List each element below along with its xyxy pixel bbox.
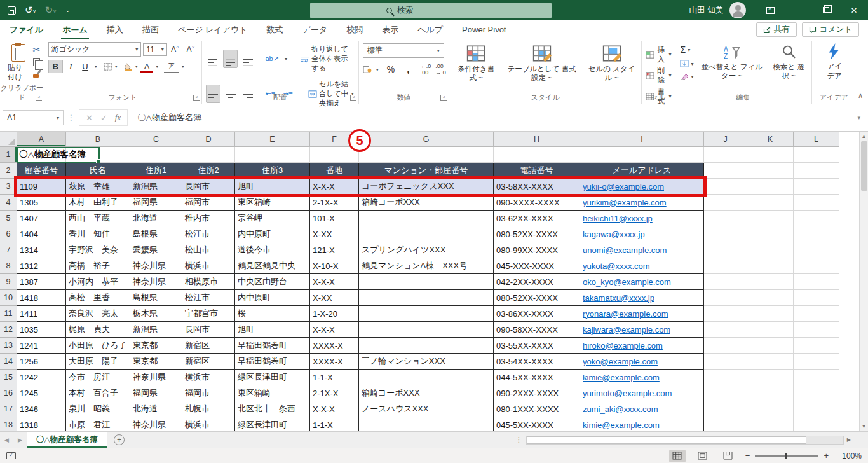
cell[interactable]: oko_kyo@example.com [580, 274, 704, 290]
ribbon-tab-1[interactable]: ホーム [53, 20, 97, 39]
row-header-11[interactable]: 11 [0, 306, 17, 322]
cell[interactable]: 1241 [17, 338, 66, 354]
column-header-L[interactable]: L [794, 132, 839, 147]
cell[interactable]: 福岡県 [130, 195, 182, 211]
cell[interactable]: 内中原町 [235, 226, 310, 242]
cell[interactable] [747, 338, 794, 354]
column-header-A[interactable]: A [17, 132, 66, 147]
cell[interactable]: 緑区長津田町 [235, 370, 310, 385]
email-link[interactable]: kagawa@xxxx.jp [583, 230, 645, 239]
sheet-prev-icon[interactable]: ◀ [0, 437, 13, 443]
search-input[interactable]: 検索 [310, 3, 552, 18]
cell[interactable]: 新潟県 [130, 322, 182, 338]
cell[interactable] [794, 322, 839, 338]
ideas-button[interactable]: アイ デア [816, 42, 852, 82]
cell[interactable] [704, 322, 747, 338]
cell[interactable] [235, 147, 310, 163]
format-as-table-button[interactable]: テーブルとして 書式設定 ~ [503, 43, 581, 84]
cell[interactable] [359, 417, 494, 431]
page-break-view-button[interactable] [720, 450, 736, 462]
cell[interactable]: 松江市 [182, 290, 235, 306]
cell[interactable]: X-X-X [310, 179, 359, 195]
cell[interactable]: 今市 房江 [66, 370, 130, 385]
cell[interactable] [794, 211, 839, 226]
email-link[interactable]: yoko@example.com [583, 357, 658, 366]
ribbon-tab-8[interactable]: 表示 [372, 20, 408, 39]
cell[interactable] [794, 258, 839, 274]
cell[interactable]: 1411 [17, 306, 66, 322]
cell[interactable]: 1387 [17, 274, 66, 290]
column-header-K[interactable]: K [747, 132, 794, 147]
cell[interactable] [794, 147, 839, 163]
cell[interactable] [794, 163, 839, 179]
cell[interactable] [704, 163, 747, 179]
select-all-corner[interactable] [0, 132, 17, 147]
row-header-6[interactable]: 6 [0, 226, 17, 242]
email-link[interactable]: hiroko@example.com [583, 341, 663, 350]
bold-button[interactable]: B [48, 60, 63, 73]
accessibility-checker-icon[interactable] [6, 452, 16, 459]
cell[interactable] [580, 147, 704, 163]
cell[interactable]: 萩原 幸雄 [66, 179, 130, 195]
cell[interactable]: 1245 [17, 385, 66, 401]
cell[interactable] [794, 306, 839, 322]
cell[interactable] [704, 195, 747, 211]
ribbon-tab-6[interactable]: データ [293, 20, 337, 39]
cell[interactable]: X-X-X [310, 401, 359, 417]
cell[interactable] [704, 417, 747, 431]
cell[interactable]: 西山 平蔵 [66, 211, 130, 226]
cell[interactable]: 1346 [17, 401, 66, 417]
scroll-up-icon[interactable]: ▲ [862, 132, 867, 141]
cell[interactable]: 道後今市 [235, 242, 310, 258]
email-link[interactable]: oko_kyo@example.com [583, 277, 671, 287]
cell[interactable] [747, 258, 794, 274]
cell[interactable]: 神奈川県 [130, 258, 182, 274]
cell[interactable]: 市原 君江 [66, 417, 130, 431]
cell[interactable]: 080-52XX-XXXX [494, 290, 580, 306]
cell[interactable]: takamatxu@xxxx.jp [580, 290, 704, 306]
customize-toolbar-icon[interactable]: ⌄ [65, 7, 71, 13]
cell[interactable] [359, 338, 494, 354]
orientation-button[interactable]: ab↗ [264, 53, 281, 64]
cell[interactable]: 神奈川県 [130, 370, 182, 385]
cell[interactable] [704, 258, 747, 274]
cell[interactable]: XXXX-X [310, 338, 359, 354]
percent-style-button[interactable]: % [383, 63, 398, 76]
confirm-entry-icon[interactable]: ✓ [100, 113, 107, 123]
cell[interactable] [310, 147, 359, 163]
cell[interactable] [794, 370, 839, 385]
clear-button[interactable]: ▾ [678, 71, 695, 81]
cell[interactable]: 桜 [235, 306, 310, 322]
cell[interactable]: 1404 [17, 226, 66, 242]
cell[interactable]: 北海道 [130, 401, 182, 417]
cell[interactable] [704, 147, 747, 163]
cell[interactable]: 木村 由利子 [66, 195, 130, 211]
cell[interactable] [747, 226, 794, 242]
ribbon-tab-5[interactable]: 数式 [257, 20, 293, 39]
email-link[interactable]: kajiwara@example.com [583, 325, 670, 335]
cell[interactable]: 1109 [17, 179, 66, 195]
column-header-B[interactable]: B [66, 132, 130, 147]
cell[interactable] [704, 226, 747, 242]
column-header-E[interactable]: E [235, 132, 310, 147]
cell[interactable]: 新宿区 [182, 354, 235, 370]
cell[interactable] [794, 290, 839, 306]
email-link[interactable]: yurikim@example.com [583, 198, 667, 207]
cell[interactable]: ryonara@example.com [580, 306, 704, 322]
cell[interactable]: 横浜市 [182, 370, 235, 385]
cell[interactable]: 03-58XX-XXXX [494, 179, 580, 195]
row-header-17[interactable]: 17 [0, 401, 17, 417]
ribbon-tab-4[interactable]: ページ レイアウト [168, 20, 257, 39]
cell[interactable]: 旭町 [235, 179, 310, 195]
cell[interactable]: 2-1X-X [310, 195, 359, 211]
cell[interactable]: zumi_aki@xxxx.com [580, 401, 704, 417]
share-button[interactable]: 共有 [756, 22, 797, 37]
cell[interactable]: 松江市 [182, 226, 235, 242]
cell[interactable]: 新宿区 [182, 338, 235, 354]
cell[interactable] [747, 211, 794, 226]
cell[interactable]: 090-58XX-XXXX [494, 322, 580, 338]
horizontal-scroll-thumb[interactable] [527, 436, 806, 444]
cell[interactable]: コーポフェニックスXXX [359, 179, 494, 195]
ribbon-tab-0[interactable]: ファイル [0, 20, 53, 39]
cell[interactable]: 小田原 ひろ子 [66, 338, 130, 354]
